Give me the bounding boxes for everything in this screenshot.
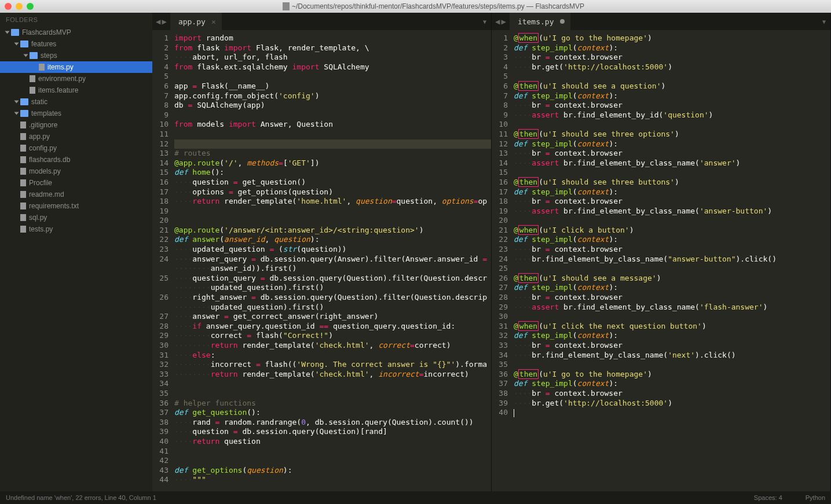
- code-line[interactable]: [174, 379, 491, 389]
- line-number[interactable]: 41: [152, 447, 169, 457]
- indent-setting[interactable]: Spaces: 4: [754, 494, 782, 501]
- code-line[interactable]: ········updated_question).first(): [174, 283, 491, 293]
- code-line[interactable]: @app.route('/', methods=['GET']): [174, 159, 491, 168]
- line-number[interactable]: 25: [152, 274, 169, 284]
- close-tab-icon[interactable]: ×: [211, 17, 216, 26]
- line-number[interactable]: 3: [492, 53, 508, 62]
- code-area[interactable]: 1234567891011121314151617181920212223242…: [492, 30, 830, 491]
- line-number[interactable]: 14: [152, 159, 169, 168]
- line-number[interactable]: 4: [492, 62, 508, 72]
- line-number[interactable]: 6: [492, 82, 508, 91]
- file-tab[interactable]: app.py×: [170, 13, 222, 30]
- code-line[interactable]: [514, 360, 830, 370]
- status-bar[interactable]: Undefined name 'when', 22 errors, Line 4…: [0, 491, 831, 504]
- code-line[interactable]: def get_question():: [174, 408, 491, 418]
- code-line[interactable]: [514, 312, 830, 322]
- code-line[interactable]: ····br = context.browser: [514, 197, 830, 207]
- file-item[interactable]: readme.md: [0, 189, 152, 200]
- code-line[interactable]: def step_impl(context):: [514, 91, 830, 101]
- code-line[interactable]: ········return render_template('check.ht…: [174, 370, 491, 380]
- code-line[interactable]: ····answer_query = db.session.query(Answ…: [174, 255, 491, 264]
- line-number[interactable]: 36: [492, 370, 508, 380]
- code-line[interactable]: ········answer_id)).first(): [174, 264, 491, 274]
- line-number[interactable]: 34: [492, 351, 508, 360]
- line-number[interactable]: 27: [492, 283, 508, 293]
- line-number[interactable]: 16: [492, 178, 508, 187]
- code-line[interactable]: @when(u'I go to the homepage'): [514, 34, 830, 43]
- line-number[interactable]: 8: [492, 101, 508, 111]
- code-line[interactable]: ····options = get_options(question): [174, 187, 491, 197]
- line-number[interactable]: 11: [492, 130, 508, 139]
- line-number[interactable]: 1: [492, 34, 508, 43]
- line-number[interactable]: 37: [492, 379, 508, 389]
- line-number[interactable]: 12: [152, 139, 169, 149]
- line-number[interactable]: +42: [152, 456, 169, 466]
- code-line[interactable]: [514, 168, 830, 178]
- file-item[interactable]: items.feature: [0, 84, 152, 96]
- code-line[interactable]: ····rand = random.randrange(0, db.sessio…: [174, 418, 491, 428]
- line-number[interactable]: 10: [152, 120, 169, 130]
- code-line[interactable]: ····if answer_query.question_id == quest…: [174, 322, 491, 332]
- file-item[interactable]: requirements.txt: [0, 200, 152, 212]
- code-line[interactable]: @app.route('/answer/<int:answer_id>/<str…: [174, 226, 491, 236]
- line-number[interactable]: 30: [152, 341, 169, 351]
- code-line[interactable]: def step_impl(context):: [514, 379, 830, 389]
- code-line[interactable]: @then(u'I should see a question'): [514, 82, 830, 91]
- line-number[interactable]: 23: [152, 245, 169, 255]
- syntax-setting[interactable]: Python: [806, 494, 825, 501]
- gutter[interactable]: 1234567891011121314151617181920212223242…: [152, 30, 172, 491]
- code-line[interactable]: ····abort, url_for, flash: [174, 53, 491, 62]
- line-number[interactable]: 30: [492, 312, 508, 322]
- line-number[interactable]: 19: [152, 207, 169, 216]
- code-line[interactable]: db = SQLAlchemy(app): [174, 101, 491, 111]
- line-number[interactable]: 9: [492, 111, 508, 120]
- file-item[interactable]: environment.py: [0, 73, 152, 84]
- forward-icon[interactable]: ▶: [501, 17, 506, 26]
- code-line[interactable]: app = Flask(__name__): [174, 82, 491, 91]
- line-number[interactable]: 27: [152, 312, 169, 322]
- code-line[interactable]: [514, 120, 830, 130]
- code-line[interactable]: ····br = context.browser: [514, 53, 830, 62]
- code-line[interactable]: [174, 139, 491, 149]
- code-line[interactable]: [174, 207, 491, 216]
- code-line[interactable]: @then(u'I should see a message'): [514, 274, 830, 284]
- line-number[interactable]: 26: [152, 293, 169, 303]
- code-line[interactable]: [514, 408, 830, 418]
- code-line[interactable]: ········correct = flash("Correct!"): [174, 331, 491, 341]
- line-number[interactable]: 17: [492, 187, 508, 197]
- code-line[interactable]: ····question = get_question(): [174, 178, 491, 187]
- code-line[interactable]: [174, 111, 491, 120]
- close-window-icon[interactable]: [5, 3, 12, 10]
- tab-bar[interactable]: ◀▶ app.py× ▼: [152, 13, 491, 30]
- code-line[interactable]: [174, 130, 491, 139]
- line-number[interactable]: 24: [152, 255, 169, 264]
- line-number[interactable]: 29: [152, 331, 169, 341]
- forward-icon[interactable]: ▶: [162, 17, 166, 26]
- code-line[interactable]: def answer(answer_id, question):: [174, 235, 491, 245]
- minimize-window-icon[interactable]: [16, 3, 23, 10]
- line-number[interactable]: 10: [492, 120, 508, 130]
- code-line[interactable]: ····else:: [174, 351, 491, 360]
- line-number[interactable]: 1: [152, 34, 169, 43]
- line-number[interactable]: [152, 264, 169, 274]
- line-number[interactable]: 18: [152, 197, 169, 207]
- back-icon[interactable]: ◀: [495, 17, 500, 26]
- line-number[interactable]: 9: [152, 111, 169, 120]
- code-line[interactable]: ····br = context.browser: [514, 245, 830, 255]
- code-line[interactable]: ····question_query = db.session.query(Qu…: [174, 274, 491, 284]
- line-number[interactable]: [152, 283, 169, 293]
- line-number[interactable]: +39: [492, 399, 508, 409]
- code-area[interactable]: 1234567891011121314151617181920212223242…: [152, 30, 491, 491]
- code-line[interactable]: ····right_answer = db.session.query(Ques…: [174, 293, 491, 303]
- code-line[interactable]: ····br.get('http://localhost:5000'): [514, 62, 830, 72]
- code-line[interactable]: ····assert br.find_element_by_id('questi…: [514, 111, 830, 120]
- file-item[interactable]: flashcards.db: [0, 154, 152, 165]
- code-line[interactable]: ····br = context.browser: [514, 389, 830, 399]
- code-line[interactable]: ········return render_template('check.ht…: [174, 341, 491, 351]
- line-number[interactable]: 31: [492, 322, 508, 332]
- code-line[interactable]: [514, 72, 830, 82]
- code-line[interactable]: ····br.get('http://localhost:5000'): [514, 399, 830, 409]
- line-number[interactable]: [152, 303, 169, 312]
- code-line[interactable]: @then(u'I should see three options'): [514, 130, 830, 139]
- code-line[interactable]: ····answer = get_correct_answer(right_an…: [174, 312, 491, 322]
